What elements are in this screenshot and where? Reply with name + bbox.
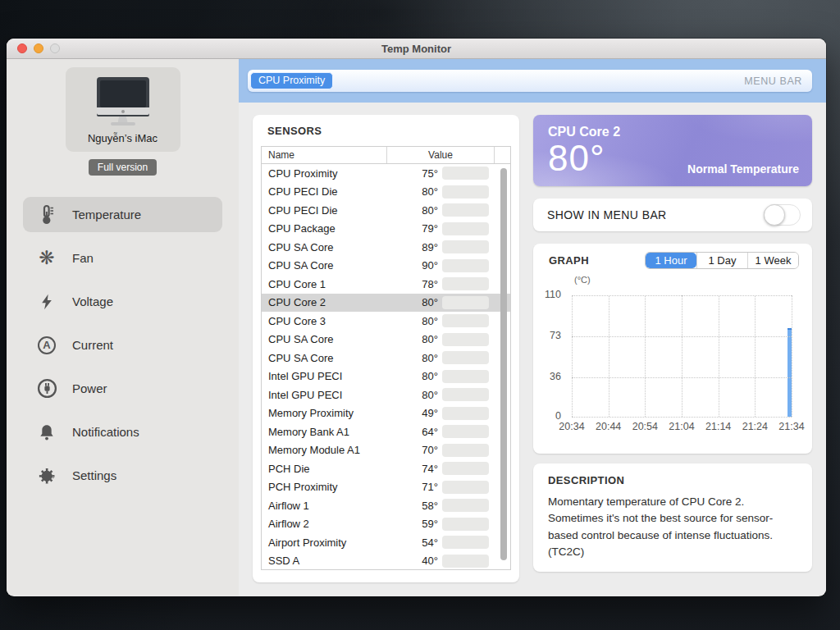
sensor-bar xyxy=(442,167,489,180)
table-row[interactable]: Airport Proximity 54° xyxy=(262,533,510,552)
sidebar-item-fan[interactable]: ❋ Fan xyxy=(23,240,222,276)
table-row[interactable]: Airflow 2 59° xyxy=(262,515,510,534)
table-row[interactable]: PCH Proximity 71° xyxy=(262,478,510,497)
x-tick-label: 21:14 xyxy=(705,421,731,432)
range-1-hour-button[interactable]: 1 Hour xyxy=(646,253,696,268)
sensor-bar xyxy=(442,388,489,401)
table-row[interactable]: Intel GPU PECI 80° xyxy=(262,368,510,386)
table-row[interactable]: SSD A 40° xyxy=(262,552,510,571)
table-row[interactable]: Memory Module A1 70° xyxy=(262,441,510,460)
table-row[interactable]: CPU SA Core 90° xyxy=(262,257,510,276)
table-row[interactable]: PCH Die 74° xyxy=(262,459,510,478)
sensor-bar xyxy=(442,481,489,494)
y-tick-label: 0 xyxy=(533,410,561,422)
sensor-value: 90° xyxy=(393,259,442,272)
sensors-table-header: Name Value xyxy=(262,147,510,164)
main-content: CPU Proximity MENU BAR SENSORS Name Valu… xyxy=(239,59,826,596)
range-1-day-button[interactable]: 1 Day xyxy=(696,253,747,268)
app-window: Temp Monitor Nguyễn’s iMac Full version … xyxy=(7,39,826,596)
y-tick-label: 110 xyxy=(533,289,561,300)
h-gridline xyxy=(572,417,792,418)
sensor-name: CPU Proximity xyxy=(262,167,393,180)
table-scrollbar[interactable] xyxy=(500,168,507,560)
sensor-name: CPU SA Core xyxy=(262,241,393,253)
sensor-value: 49° xyxy=(393,407,442,419)
table-row[interactable]: CPU SA Core 80° xyxy=(262,331,510,349)
sensor-name: Airport Proximity xyxy=(262,536,393,549)
sidebar-item-current[interactable]: A Current xyxy=(23,327,222,363)
table-row[interactable]: Intel GPU PECI 80° xyxy=(262,386,510,404)
description-title: DESCRIPTION xyxy=(548,474,797,486)
sensor-value: 78° xyxy=(393,278,442,290)
sensor-value: 40° xyxy=(393,555,442,567)
graph-card: GRAPH 1 Hour 1 Day 1 Week (°C) 11073360 xyxy=(533,244,812,454)
sensor-value: 80° xyxy=(393,352,442,364)
sensor-bar xyxy=(442,296,489,309)
table-row[interactable]: CPU PECI Die 80° xyxy=(262,201,510,220)
menu-bar-preview-band: CPU Proximity MENU BAR xyxy=(239,59,826,103)
sidebar-nav: Temperature ❋ Fan Voltage A Current xyxy=(7,197,239,493)
sensor-value: 80° xyxy=(393,185,442,198)
sensor-name: CPU PECI Die xyxy=(262,204,393,217)
menu-bar-sensor-chip[interactable]: CPU Proximity xyxy=(250,72,333,89)
y-tick-label: 73 xyxy=(533,330,561,341)
window-title: Temp Monitor xyxy=(381,43,451,55)
sensor-name: Intel GPU PECI xyxy=(262,389,393,401)
sensor-name: CPU Core 2 xyxy=(262,296,393,308)
column-header-name[interactable]: Name xyxy=(262,149,386,161)
v-gridline xyxy=(792,295,792,417)
sidebar-item-settings[interactable]: Settings xyxy=(23,458,222,493)
y-tick-label: 36 xyxy=(533,371,561,382)
table-row[interactable]: Airflow 1 58° xyxy=(262,496,510,515)
table-row[interactable]: CPU Proximity 75° xyxy=(262,164,510,183)
table-row[interactable]: CPU Core 1 78° xyxy=(262,275,510,294)
sensor-bar xyxy=(442,444,489,457)
sensor-bar xyxy=(442,462,489,475)
sensor-value: 80° xyxy=(393,204,442,217)
sidebar-item-notifications[interactable]: Notifications xyxy=(23,414,222,450)
graph-range-segmented-control: 1 Hour 1 Day 1 Week xyxy=(645,252,799,269)
table-row[interactable]: CPU SA Core 89° xyxy=(262,238,510,257)
titlebar[interactable]: Temp Monitor xyxy=(7,39,826,59)
sensor-value: 80° xyxy=(393,389,442,401)
menu-bar-toggle-card: SHOW IN MENU BAR xyxy=(533,199,812,231)
sidebar-item-label: Power xyxy=(72,381,107,395)
sidebar-item-label: Notifications xyxy=(72,425,139,439)
sensor-name: CPU Core 3 xyxy=(262,315,393,327)
v-gridline xyxy=(719,295,719,417)
sensor-value: 58° xyxy=(393,500,442,512)
sensor-name: SSD A xyxy=(262,555,393,567)
sensor-value: 75° xyxy=(393,167,442,180)
menu-bar-toggle-label: SHOW IN MENU BAR xyxy=(547,208,667,221)
table-row[interactable]: CPU Package 79° xyxy=(262,220,510,239)
table-row[interactable]: Memory Bank A1 64° xyxy=(262,422,510,441)
minimize-button[interactable] xyxy=(34,43,43,53)
sensor-name: CPU SA Core xyxy=(262,352,393,364)
menu-bar-toggle-switch[interactable] xyxy=(764,204,801,226)
sidebar-item-voltage[interactable]: Voltage xyxy=(23,284,222,319)
sensor-name: CPU SA Core xyxy=(262,259,393,272)
sensor-bar xyxy=(442,351,489,364)
table-row[interactable]: CPU SA Core 80° xyxy=(262,349,510,368)
sidebar-item-temperature[interactable]: Temperature xyxy=(23,197,222,232)
close-button[interactable] xyxy=(17,43,27,53)
power-plug-icon xyxy=(36,378,57,399)
sensor-rows: CPU Proximity 75° CPU PECI Die 80° CPU P… xyxy=(262,164,510,570)
description-card: DESCRIPTION Momentary temperature of CPU… xyxy=(533,463,812,572)
column-header-value[interactable]: Value xyxy=(386,147,494,163)
v-gridline xyxy=(572,295,573,417)
sensor-name: Memory Module A1 xyxy=(262,444,393,456)
table-row[interactable]: CPU Core 3 80° xyxy=(262,312,510,331)
sensor-name: Airflow 1 xyxy=(262,500,393,512)
v-gridline xyxy=(645,295,646,417)
table-row[interactable]: CPU Core 2 80° xyxy=(262,294,510,313)
zoom-button[interactable] xyxy=(50,43,60,53)
range-1-week-button[interactable]: 1 Week xyxy=(747,253,798,268)
sidebar-item-power[interactable]: Power xyxy=(23,371,222,406)
x-tick-label: 21:04 xyxy=(669,421,694,432)
sensor-detail-card: CPU Core 2 80° Normal Temperature xyxy=(533,115,812,186)
table-row[interactable]: Memory Proximity 49° xyxy=(262,404,510,423)
v-gridline xyxy=(609,295,609,417)
table-row[interactable]: CPU PECI Die 80° xyxy=(262,183,510,202)
full-version-badge[interactable]: Full version xyxy=(89,159,157,176)
